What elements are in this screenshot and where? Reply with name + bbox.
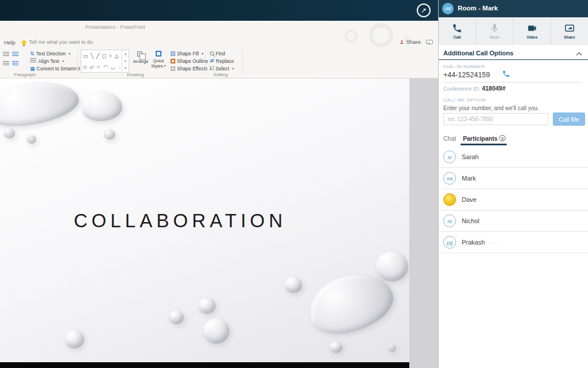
water-droplet <box>82 91 122 121</box>
text-direction-button[interactable]: ⇅ Text Direction <box>30 50 85 57</box>
water-droplet <box>330 341 342 353</box>
mute-label: Mute <box>490 35 499 39</box>
quick-styles-icon <box>156 51 161 57</box>
gallery-more-icon[interactable]: ▼ <box>122 65 129 72</box>
slide: COLLABORATION <box>0 78 409 362</box>
arrange-label: Arrange <box>133 59 149 64</box>
align-text-label: Align Text <box>38 58 59 64</box>
water-droplet <box>198 298 216 314</box>
replace-button[interactable]: ⇄ Replace <box>210 57 234 65</box>
powerpoint-chrome: Presentation1 - PowerPoint Help Tell me … <box>0 21 438 78</box>
app-logo: mt <box>442 3 454 14</box>
participant-row[interactable]: mt Mark <box>439 168 588 189</box>
participant-row[interactable]: pg Prakash· · · <box>439 232 588 253</box>
watermark-circle <box>369 23 393 47</box>
convert-smartart-label: Convert to SmartArt <box>37 66 80 72</box>
quick-styles-button[interactable]: Quick Styles <box>150 49 167 69</box>
menu-help[interactable]: Help <box>4 39 16 46</box>
microphone-icon <box>489 23 500 33</box>
participant-count-badge: 5 <box>499 135 506 141</box>
align-text-button[interactable]: Align Text <box>30 57 85 65</box>
video-camera-icon <box>526 23 538 33</box>
shape-outline-button[interactable]: Shape Outline <box>171 57 213 65</box>
quick-styles-label: Quick Styles <box>150 59 167 69</box>
avatar: sr <box>443 151 456 163</box>
shape-fill-button[interactable]: Shape Fill <box>171 50 213 57</box>
tell-me-box[interactable]: Tell me what you want to do <box>29 39 93 45</box>
replace-label: Replace <box>216 58 234 64</box>
shape-effects-button[interactable]: Shape Effects <box>171 65 213 72</box>
options-title: Additional Call Options <box>443 50 514 57</box>
shape-fill-icon <box>171 51 175 56</box>
phone-icon <box>451 23 463 33</box>
phone-number-input[interactable] <box>443 113 548 125</box>
call-me-button[interactable]: Call Me <box>553 112 585 126</box>
expand-icon[interactable]: ↗ <box>417 3 431 17</box>
participant-name: Sarah <box>462 153 478 160</box>
shape-format-buttons: Shape Fill Shape Outline Shape Effects <box>171 50 213 72</box>
arrange-icon <box>137 51 142 57</box>
panel-header: mt Room - Mark <box>439 0 588 17</box>
shapes-row[interactable]: ◇ ▱ ☆ ◠ ◡ ◌ <box>83 62 121 73</box>
smartart-icon: ▦ <box>30 66 35 72</box>
screen-share-button[interactable]: Share <box>551 17 588 45</box>
find-icon <box>210 51 214 55</box>
text-direction-icon: ⇅ <box>30 51 35 57</box>
video-label: Video <box>527 35 538 39</box>
avatar: nt <box>443 215 456 227</box>
water-droplet <box>169 310 184 324</box>
editing-buttons: Find ⇄ Replace Select <box>210 50 234 72</box>
select-button[interactable]: Select <box>210 65 234 72</box>
room-title: Room - Mark <box>458 5 498 12</box>
divider <box>443 82 582 82</box>
replace-icon: ⇄ <box>210 58 214 63</box>
indent-icon[interactable] <box>3 61 9 66</box>
participant-row[interactable]: nt Nichol <box>439 211 588 232</box>
conference-id-row: Conference ID:418049# <box>443 85 506 92</box>
share-label: Share <box>564 35 575 39</box>
chevron-up-icon[interactable] <box>576 52 582 58</box>
tab-participants[interactable]: Participants5 <box>463 135 506 142</box>
video-button[interactable]: Video <box>514 17 551 45</box>
slide-region: COLLABORATION <box>0 78 438 368</box>
watermark-circle <box>345 30 357 43</box>
water-droplet <box>3 128 15 138</box>
shape-outline-icon <box>171 59 175 63</box>
dial-phone-icon[interactable] <box>502 70 510 78</box>
participant-row[interactable]: Dave <box>439 189 588 211</box>
call-me-option-label: CALL ME OPTION <box>443 97 486 103</box>
shapes-gallery: ▭ ╲ ╱ ◻ ○ △ ◇ ▱ ☆ ◠ ◡ ◌ ▲ ▼ ▼ <box>81 50 129 73</box>
line-spacing-icon[interactable] <box>12 61 18 66</box>
shapes-row[interactable]: ▭ ╲ ╱ ◻ ○ △ <box>83 51 121 62</box>
avatar <box>443 193 456 206</box>
avatar: pg <box>443 236 456 249</box>
call-actions: Call Mute Video Share <box>439 17 588 45</box>
share-label: Share <box>406 39 421 45</box>
select-label: Select <box>216 66 229 72</box>
numbered-list-icon[interactable] <box>12 52 18 57</box>
group-separator <box>205 50 206 75</box>
call-button[interactable]: Call <box>439 17 476 45</box>
scroll-down-icon[interactable]: ▼ <box>122 58 129 65</box>
conference-id-value: 418049# <box>482 85 506 92</box>
water-droplet <box>65 330 84 348</box>
share-button[interactable]: Share <box>399 39 421 45</box>
convert-smartart-button[interactable]: ▦ Convert to SmartArt <box>30 65 85 72</box>
participant-row[interactable]: sr Sarah <box>439 147 588 168</box>
participants-tab-label: Participants <box>463 135 497 142</box>
scroll-up-icon[interactable]: ▲ <box>122 50 129 58</box>
participant-name-text: Prakash <box>462 239 485 246</box>
arrange-button[interactable]: Arrange <box>133 49 149 64</box>
paragraph-group-label: Paragraph <box>5 72 45 77</box>
find-button[interactable]: Find <box>210 50 234 57</box>
additional-call-options-header[interactable]: Additional Call Options <box>439 48 588 60</box>
find-label: Find <box>216 51 225 57</box>
water-droplet <box>387 344 396 352</box>
bullet-list-icon[interactable] <box>3 52 9 57</box>
tab-chat[interactable]: Chat <box>443 135 456 142</box>
comments-icon[interactable] <box>426 40 433 44</box>
slide-title: COLLABORATION <box>74 210 287 232</box>
paragraph-list-icons <box>2 50 27 71</box>
participant-list: sr Sarah mt Mark Dave nt Nichol pg Praka… <box>439 147 588 253</box>
mute-button[interactable]: Mute <box>476 17 514 45</box>
